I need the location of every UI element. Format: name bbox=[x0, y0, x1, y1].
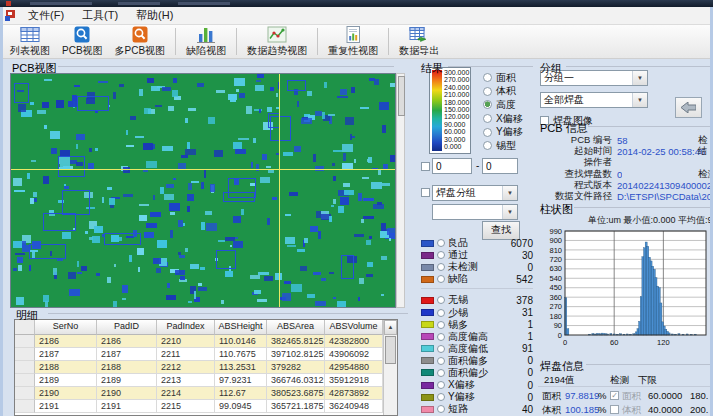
toolbar-button-defect-view[interactable]: 缺陷视图 bbox=[180, 25, 232, 58]
legend-item[interactable]: 无锡378 bbox=[421, 294, 533, 306]
toolbar-button-repeat-view[interactable]: 重复性视图 bbox=[322, 25, 384, 58]
pcb-component bbox=[301, 118, 312, 124]
scale-value: 180.000 bbox=[444, 99, 471, 106]
legend-item[interactable]: 少锡31 bbox=[421, 306, 533, 318]
back-button[interactable] bbox=[675, 97, 702, 118]
legend-item[interactable]: 良品6070 bbox=[421, 237, 533, 249]
x-tick-label: 60 bbox=[610, 338, 618, 347]
table-row[interactable]: 218621862210110.0146382465.812542382800 bbox=[15, 335, 397, 348]
legend-item[interactable]: 未检测0 bbox=[421, 261, 533, 273]
toolbar: 列表视图PCB视图多PCB视图缺陷视图数据趋势视图重复性视图数据导出 bbox=[0, 25, 713, 59]
menu-item-2[interactable]: 帮助(H) bbox=[127, 6, 182, 25]
toolbar-button-export[interactable]: 数据导出 bbox=[393, 25, 445, 58]
details-column-header[interactable]: SerNo bbox=[35, 320, 97, 335]
legend-count: 40 bbox=[522, 404, 533, 415]
row-header-cell[interactable] bbox=[15, 348, 35, 361]
pcb-component bbox=[359, 278, 364, 284]
details-column-header[interactable]: PadIndex bbox=[157, 320, 215, 335]
pad-group-checkbox[interactable] bbox=[421, 188, 430, 197]
toolbar-button-list-view[interactable]: 列表视图 bbox=[4, 25, 56, 58]
scale-value: 60.000 bbox=[444, 128, 471, 135]
details-column-header[interactable]: ABSArea bbox=[267, 320, 325, 335]
radio-icon bbox=[437, 357, 445, 365]
pcb-component bbox=[315, 301, 326, 306]
pcb-component bbox=[313, 154, 316, 162]
legend-color-swatch bbox=[421, 382, 434, 389]
table-cell: 36240948 bbox=[325, 400, 383, 413]
table-cell: 97.9231 bbox=[215, 374, 267, 387]
pad-group-sub-select[interactable]: ▼ bbox=[432, 204, 518, 220]
group-select-2[interactable]: 全部焊盘 ▼ bbox=[540, 92, 648, 108]
metric-radio-高度[interactable]: 高度 bbox=[483, 98, 523, 112]
details-column-header[interactable]: ABSVolume bbox=[325, 320, 383, 335]
details-vertical-scrollbar[interactable]: ▲ bbox=[383, 320, 397, 416]
pcb-board-canvas[interactable] bbox=[10, 73, 396, 308]
title-text-decoration bbox=[178, 2, 230, 5]
row-header-cell[interactable] bbox=[15, 387, 35, 400]
pcb-component bbox=[256, 80, 261, 82]
plot-background bbox=[565, 231, 706, 335]
pcb-component bbox=[285, 237, 295, 244]
legend-item[interactable]: 短路40 bbox=[421, 403, 533, 415]
detect-checkbox[interactable]: ✓ bbox=[610, 391, 619, 400]
details-column-header[interactable]: PadID bbox=[97, 320, 157, 335]
table-cell: 2190 bbox=[97, 387, 157, 400]
pad-group-select[interactable]: 焊盘分组 ▼ bbox=[432, 185, 518, 201]
pad-metric-value: 97.8819 bbox=[565, 390, 599, 401]
range-filter-checkbox[interactable] bbox=[421, 162, 430, 171]
pcb-vertical-scrollbar[interactable] bbox=[396, 73, 405, 308]
radio-icon bbox=[483, 73, 492, 82]
toolbar-button-pcb-view[interactable]: PCB视图 bbox=[56, 25, 109, 58]
table-cell: 2214 bbox=[157, 387, 215, 400]
metric-radio-X偏移[interactable]: X偏移 bbox=[483, 112, 523, 126]
pcb-component bbox=[214, 150, 223, 157]
crosshair-horizontal bbox=[11, 169, 395, 170]
legend-item[interactable]: Y偏移0 bbox=[421, 391, 533, 403]
legend-item[interactable]: X偏移0 bbox=[421, 379, 533, 391]
table-cell: 382465.8125 bbox=[267, 335, 325, 348]
legend-item[interactable]: 面积偏少0 bbox=[421, 367, 533, 379]
scrollbar-thumb[interactable] bbox=[398, 76, 405, 116]
range-to-input[interactable] bbox=[482, 158, 518, 174]
toolbar-button-trend-view[interactable]: 数据趋势视图 bbox=[241, 25, 313, 58]
details-column-header[interactable]: ABSHeight bbox=[215, 320, 267, 335]
metric-radio-锡型[interactable]: 锡型 bbox=[483, 139, 523, 153]
pcb-component bbox=[345, 117, 354, 125]
range-from-input[interactable] bbox=[432, 158, 472, 174]
row-header-cell[interactable] bbox=[15, 335, 35, 348]
section-divider bbox=[566, 66, 710, 67]
row-header-cell[interactable] bbox=[15, 374, 35, 387]
header-divider bbox=[538, 386, 713, 387]
metric-radio-Y偏移[interactable]: Y偏移 bbox=[483, 125, 523, 139]
pcb-component bbox=[340, 89, 347, 95]
pcb-component bbox=[123, 194, 133, 197]
table-cell: 112.67 bbox=[215, 387, 267, 400]
metric-radio-体积[interactable]: 体积 bbox=[483, 85, 523, 99]
row-header-cell[interactable] bbox=[15, 400, 35, 413]
table-row[interactable]: 218721872211110.7675397102.812543906092 bbox=[15, 348, 397, 361]
row-header-cell[interactable] bbox=[15, 361, 35, 374]
legend-item[interactable]: 缺陷542 bbox=[421, 273, 533, 285]
table-row[interactable]: 218821882212113.253137928242954880 bbox=[15, 361, 397, 374]
menu-item-0[interactable]: 文件(F) bbox=[19, 6, 73, 25]
scroll-up-icon[interactable]: ▲ bbox=[384, 320, 397, 335]
details-table[interactable]: SerNoPadIDPadIndexABSHeightABSAreaABSVol… bbox=[14, 319, 398, 416]
detect-checkbox[interactable] bbox=[610, 405, 619, 414]
table-cell: 380523.6875 bbox=[267, 387, 325, 400]
histogram-title: 柱状图 bbox=[540, 202, 573, 217]
toolbar-button-label: 缺陷视图 bbox=[186, 44, 226, 58]
pcb-component bbox=[156, 268, 161, 273]
radio-icon bbox=[437, 345, 445, 353]
menu-item-1[interactable]: 工具(T) bbox=[73, 6, 127, 25]
table-row[interactable]: 21912191221599.0945365721.187536240948 bbox=[15, 400, 397, 413]
radio-icon bbox=[437, 239, 445, 247]
pcb-component bbox=[29, 265, 31, 271]
metric-radio-面积[interactable]: 面积 bbox=[483, 71, 523, 85]
pcb-component bbox=[173, 178, 176, 180]
toolbar-button-multi-pcb-view[interactable]: 多PCB视图 bbox=[109, 25, 172, 58]
table-row[interactable]: 21892189221397.9231366746.031235912918 bbox=[15, 374, 397, 387]
pcb-component bbox=[178, 220, 183, 227]
scrollbar-thumb[interactable] bbox=[385, 336, 396, 364]
pcb-component bbox=[205, 211, 212, 215]
table-row[interactable]: 219021902214112.67380523.687542873892 bbox=[15, 387, 397, 400]
